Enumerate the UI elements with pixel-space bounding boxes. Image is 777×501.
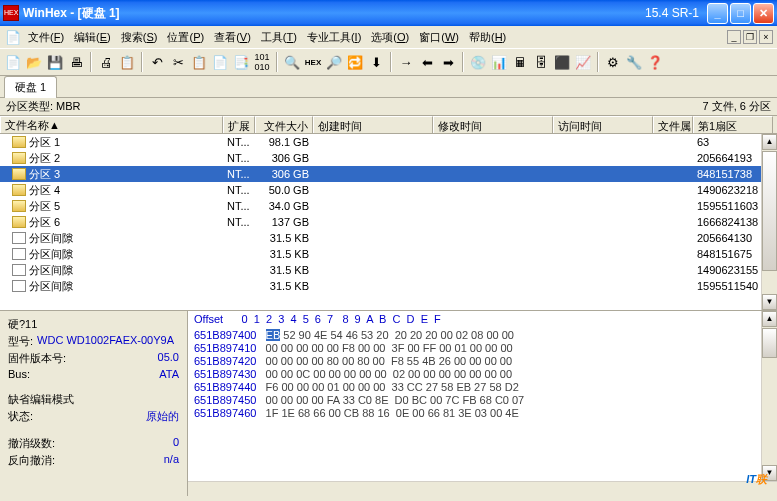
- goto-offset-icon[interactable]: →: [397, 53, 415, 71]
- minimize-button[interactable]: _: [707, 3, 728, 24]
- hex-row[interactable]: 651B897430 00 00 0C 00 00 00 00 00 02 00…: [188, 368, 761, 381]
- calc-icon[interactable]: 🖩: [511, 53, 529, 71]
- undo-icon[interactable]: ↶: [148, 53, 166, 71]
- table-row[interactable]: 分区 4NT...50.0 GB1490623218: [0, 182, 777, 198]
- print-icon[interactable]: 🖨: [97, 53, 115, 71]
- maximize-button[interactable]: □: [730, 3, 751, 24]
- ram-icon[interactable]: 📊: [490, 53, 508, 71]
- clipboard-icon[interactable]: 📑: [232, 53, 250, 71]
- menu-bar: 📄 文件(F) 编辑(E) 搜索(S) 位置(P) 查看(V) 工具(T) 专业…: [0, 26, 777, 48]
- hex-row[interactable]: 651B897410 00 00 00 00 00 F8 00 00 3F 00…: [188, 342, 761, 355]
- col-attr[interactable]: 文件属: [653, 116, 693, 133]
- cut-icon[interactable]: ✂: [169, 53, 187, 71]
- col-mod[interactable]: 修改时间: [433, 116, 553, 133]
- menu-pro-tools[interactable]: 专业工具(I): [303, 28, 365, 47]
- hex-row[interactable]: 651B897440 F6 00 00 00 01 00 00 00 33 CC…: [188, 381, 761, 394]
- find-hex-icon[interactable]: HEX: [304, 53, 322, 71]
- table-row[interactable]: 分区 1NT...98.1 GB63: [0, 134, 777, 150]
- partition-icon: [12, 136, 26, 148]
- save-icon[interactable]: 💾: [46, 53, 64, 71]
- menu-view[interactable]: 查看(V): [210, 28, 255, 47]
- save-all-icon[interactable]: 🖶: [67, 53, 85, 71]
- col-size[interactable]: 文件大小: [255, 116, 313, 133]
- table-row[interactable]: 分区 5NT...34.0 GB1595511603: [0, 198, 777, 214]
- row-name: 分区间隙: [29, 231, 73, 246]
- hex-header: Offset 0 1 2 3 4 5 6 7 8 9 A B C D E F: [188, 311, 761, 329]
- row-size: 34.0 GB: [255, 200, 313, 212]
- mdi-close-button[interactable]: ×: [759, 30, 773, 44]
- table-row[interactable]: 分区 6NT...137 GB1666824138: [0, 214, 777, 230]
- state-value: 原始的: [146, 409, 179, 424]
- col-name[interactable]: 文件名称▲: [0, 116, 223, 133]
- reverse-undo-label: 反向撤消:: [8, 453, 55, 468]
- menu-window[interactable]: 窗口(W): [415, 28, 463, 47]
- file-list[interactable]: 分区 1NT...98.1 GB63分区 2NT...306 GB2056641…: [0, 134, 777, 310]
- list-scrollbar[interactable]: ▲ ▼: [761, 134, 777, 310]
- version-text: 15.4 SR-1: [645, 6, 699, 20]
- hex-row[interactable]: 651B897450 00 00 00 00 FA 33 C0 8E D0 BC…: [188, 394, 761, 407]
- hex-h-scrollbar[interactable]: [188, 481, 777, 496]
- raid-icon[interactable]: 🗄: [532, 53, 550, 71]
- table-row[interactable]: 分区间隙31.5 KB205664130: [0, 230, 777, 246]
- col-create[interactable]: 创建时间: [313, 116, 433, 133]
- properties-icon[interactable]: 📋: [118, 53, 136, 71]
- partition-icon: [12, 216, 26, 228]
- mdi-minimize-button[interactable]: _: [727, 30, 741, 44]
- hash-icon[interactable]: ⬛: [553, 53, 571, 71]
- scroll-thumb[interactable]: [762, 151, 777, 271]
- hex-view[interactable]: Offset 0 1 2 3 4 5 6 7 8 9 A B C D E F 6…: [188, 311, 777, 496]
- options-icon[interactable]: 🔧: [625, 53, 643, 71]
- table-row[interactable]: 分区间隙31.5 KB1490623155: [0, 262, 777, 278]
- hex-scroll-thumb[interactable]: [762, 328, 777, 358]
- row-ext: NT...: [223, 136, 255, 148]
- table-row[interactable]: 分区间隙31.5 KB848151675: [0, 246, 777, 262]
- menu-edit[interactable]: 编辑(E): [70, 28, 115, 47]
- watermark: IT联: [746, 467, 767, 488]
- row-ext: NT...: [223, 184, 255, 196]
- replace-icon[interactable]: 🔁: [346, 53, 364, 71]
- back-icon[interactable]: ⬅: [418, 53, 436, 71]
- close-button[interactable]: ✕: [753, 3, 774, 24]
- hex-row[interactable]: 651B897400 EB 52 90 4E 54 46 53 20 20 20…: [188, 329, 761, 342]
- window-title: WinHex - [硬盘 1]: [23, 5, 120, 22]
- find-text-icon[interactable]: 🔎: [325, 53, 343, 71]
- col-acc[interactable]: 访问时间: [553, 116, 653, 133]
- menu-file[interactable]: 文件(F): [24, 28, 68, 47]
- copy-icon[interactable]: 📋: [190, 53, 208, 71]
- table-row[interactable]: 分区间隙31.5 KB1595511540: [0, 278, 777, 294]
- table-row[interactable]: 分区 3NT...306 GB848151738: [0, 166, 777, 182]
- tab-disk1[interactable]: 硬盘 1: [4, 76, 57, 98]
- analyze-icon[interactable]: 📈: [574, 53, 592, 71]
- hex-scroll-up-icon[interactable]: ▲: [762, 311, 777, 327]
- disk-icon[interactable]: 💿: [469, 53, 487, 71]
- mdi-restore-button[interactable]: ❐: [743, 30, 757, 44]
- col-sector[interactable]: 第1扇区: [693, 116, 773, 133]
- menu-position[interactable]: 位置(P): [163, 28, 208, 47]
- col-ext[interactable]: 扩展: [223, 116, 255, 133]
- scroll-up-icon[interactable]: ▲: [762, 134, 777, 150]
- scroll-down-icon[interactable]: ▼: [762, 294, 777, 310]
- menu-options[interactable]: 选项(O): [367, 28, 413, 47]
- menu-search[interactable]: 搜索(S): [117, 28, 162, 47]
- app-menu-icon[interactable]: 📄: [4, 28, 22, 46]
- help-icon[interactable]: ❓: [646, 53, 664, 71]
- forward-icon[interactable]: ➡: [439, 53, 457, 71]
- goto-icon[interactable]: ⬇: [367, 53, 385, 71]
- undo-label: 撤消级数:: [8, 436, 55, 451]
- edit-mode-label: 缺省编辑模式: [8, 392, 74, 407]
- find-icon[interactable]: 🔍: [283, 53, 301, 71]
- hex-row[interactable]: 651B897460 1F 1E 68 66 00 CB 88 16 0E 00…: [188, 407, 761, 420]
- menu-tools[interactable]: 工具(T): [257, 28, 301, 47]
- new-icon[interactable]: 📄: [4, 53, 22, 71]
- menu-help[interactable]: 帮助(H): [465, 28, 510, 47]
- binary-icon[interactable]: 101010: [253, 53, 271, 71]
- title-bar: HEX WinHex - [硬盘 1] 15.4 SR-1 _ □ ✕: [0, 0, 777, 26]
- partition-icon: [12, 152, 26, 164]
- table-row[interactable]: 分区 2NT...306 GB205664193: [0, 150, 777, 166]
- paste-icon[interactable]: 📄: [211, 53, 229, 71]
- settings-icon[interactable]: ⚙: [604, 53, 622, 71]
- gap-icon: [12, 232, 26, 244]
- hex-row[interactable]: 651B897420 00 00 00 00 80 00 80 00 F8 55…: [188, 355, 761, 368]
- open-icon[interactable]: 📂: [25, 53, 43, 71]
- hex-scrollbar[interactable]: ▲ ▼: [761, 311, 777, 481]
